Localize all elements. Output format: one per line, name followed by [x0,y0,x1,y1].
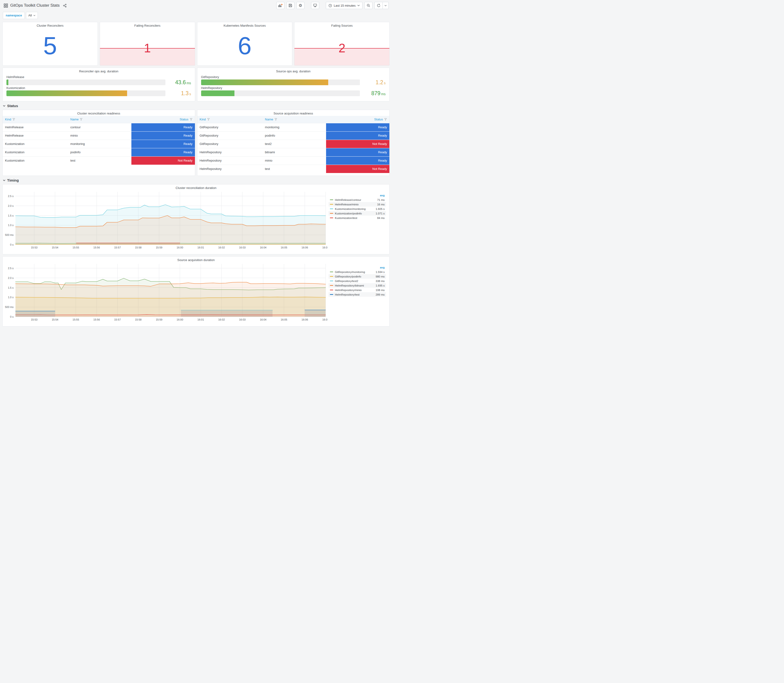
legend-item[interactable]: HelmRepository/minio108 ms [329,288,386,292]
cell-name: minio [68,131,131,140]
settings-button[interactable]: ⚙ [296,2,305,9]
cell-kind: GitRepository [197,131,263,140]
legend-item[interactable]: HelmRepository/test289 ms [329,292,386,297]
column-header-kind[interactable]: Kind [3,116,68,123]
gauge-value: 1.2s [360,80,386,85]
svg-text:16:07: 16:07 [322,318,327,321]
svg-text:1.0 s: 1.0 s [8,224,14,226]
column-header-name[interactable]: Name [263,116,326,123]
chart-canvas[interactable]: 15:5315:5415:5515:5615:5715:5815:5916:00… [3,191,327,250]
cell-kind: HelmRelease [3,123,68,131]
toolbar: ⚙ Last 15 minutes [276,2,389,9]
table-panel-source-readiness: Source acquisition readiness KindNameSta… [197,110,390,176]
svg-text:15:58: 15:58 [135,318,142,321]
namespace-variable-value[interactable]: All [26,12,38,19]
legend-series-avg: 980 ms [375,275,385,278]
svg-text:500 ms: 500 ms [5,306,14,308]
cell-kind: GitRepository [197,123,263,131]
refresh-interval-dropdown[interactable] [383,2,389,9]
cell-kind: HelmRepository [197,156,263,165]
cell-name: test2 [263,140,326,148]
svg-text:15:55: 15:55 [72,246,79,249]
cell-kind: Kustomization [3,148,68,156]
legend-series-name: HelmRepository/test [335,293,375,296]
column-header-name[interactable]: Name [68,116,131,123]
gauge-label: GitRepository [201,75,386,79]
svg-text:2.0 s: 2.0 s [8,277,14,279]
panel-title[interactable]: Failing Reconcilers [100,22,195,28]
panel-title[interactable]: Source acquisition duration [3,257,390,263]
bar-gauge [201,90,360,96]
section-header-timing[interactable]: Timing [3,178,389,182]
legend-item[interactable]: GitRepository/monitoring1.594 s [329,269,386,274]
legend-avg-header[interactable]: avg [329,194,386,197]
bar-gauge-fill [6,80,8,85]
table-row: HelmReleasecontourReady [3,123,195,131]
gauge-row: HelmRepository 879ms [201,87,386,96]
table-header: KindNameStatus [197,116,390,123]
time-range-label: Last 15 minutes [334,4,356,7]
svg-text:15:57: 15:57 [114,318,121,321]
status-badge: Ready [131,148,195,156]
cell-name: bitnami [263,148,326,156]
gauges-row: Reconciler ops avg. duration HelmRelease… [2,67,390,101]
section-header-status[interactable]: Status [3,104,389,108]
cell-name: test [263,165,326,173]
legend-item[interactable]: GitRepository/podinfo980 ms [329,274,386,279]
legend-series-color [330,213,333,214]
legend-item[interactable]: Kustomization/test84 ms [329,216,386,220]
svg-text:15:57: 15:57 [114,246,121,249]
gear-icon: ⚙ [299,3,302,8]
gauge-row: HelmRelease 43.6ms [6,75,191,85]
column-header-kind[interactable]: Kind [197,116,263,123]
status-badge: Ready [326,157,390,165]
clock-icon [329,4,332,7]
panel-title[interactable]: Failing Sources [294,22,390,28]
table-row: KustomizationpodinfoReady [3,148,195,156]
bar-gauge [6,90,165,96]
panel-title[interactable]: Cluster Reconcilers [3,22,98,28]
table-row: KustomizationmonitoringReady [3,140,195,148]
column-header-status[interactable]: Status [131,116,195,123]
cell-name: contour [68,123,131,131]
time-range-picker[interactable]: Last 15 minutes [326,2,362,9]
panel-title[interactable]: Source acquisition readiness [197,110,390,116]
legend-item[interactable]: HelmRelease/minio16 ms [329,202,386,207]
add-panel-button[interactable] [276,2,284,9]
column-header-status[interactable]: Status [326,116,390,123]
panel-title[interactable]: Kubernetes Manifests Sources [197,22,292,28]
cycle-view-button[interactable] [311,2,319,9]
zoom-out-button[interactable] [364,2,372,9]
chart-plot-area[interactable]: 15:5315:5415:5515:5615:5715:5815:5916:00… [3,263,327,322]
chart-plot-area[interactable]: 15:5315:5415:5515:5615:5715:5815:5916:00… [3,191,327,250]
stat-value: 2 [294,42,390,54]
refresh-button[interactable] [374,2,383,9]
share-icon[interactable] [63,4,67,7]
svg-text:16:05: 16:05 [281,246,287,249]
gauge-label: HelmRepository [201,87,386,90]
panel-title[interactable]: Cluster reconciliation duration [3,184,390,191]
legend-item[interactable]: HelmRelease/contour71 ms [329,197,386,202]
cell-status: Ready [326,148,390,156]
legend-series-color [330,199,333,200]
legend-item[interactable]: Kustomization/podinfo1.071 s [329,211,386,216]
chart-legend: avgGitRepository/monitoring1.594 sGitRep… [327,263,389,322]
gauge-panel-source-ops: Source ops avg. duration GitRepository 1… [197,67,390,101]
legend-item[interactable]: Kustomization/monitoring1.605 s [329,207,386,211]
chart-canvas[interactable]: 15:5315:5415:5515:5615:5715:5815:5916:00… [3,263,327,322]
legend-item[interactable]: HelmRepository/bitnami1.695 s [329,283,386,288]
svg-text:500 ms: 500 ms [5,234,14,236]
cell-status: Ready [131,140,195,148]
stat-panel-cluster-reconcilers: Cluster Reconcilers 5 [2,22,98,66]
panel-title[interactable]: Reconciler ops avg. duration [3,68,195,74]
save-dashboard-button[interactable] [286,2,294,9]
legend-avg-header[interactable]: avg [329,266,386,269]
svg-text:16:01: 16:01 [197,246,204,249]
chart-legend: avgHelmRelease/contour71 msHelmRelease/m… [327,191,389,250]
panel-title[interactable]: Source ops avg. duration [197,68,390,74]
panel-title[interactable]: Cluster reconciliation readiness [3,110,195,116]
legend-series-color [330,204,333,205]
status-badge: Ready [131,140,195,148]
legend-item[interactable]: GitRepository/test2338 ms [329,279,386,283]
status-badge: Ready [131,131,195,140]
